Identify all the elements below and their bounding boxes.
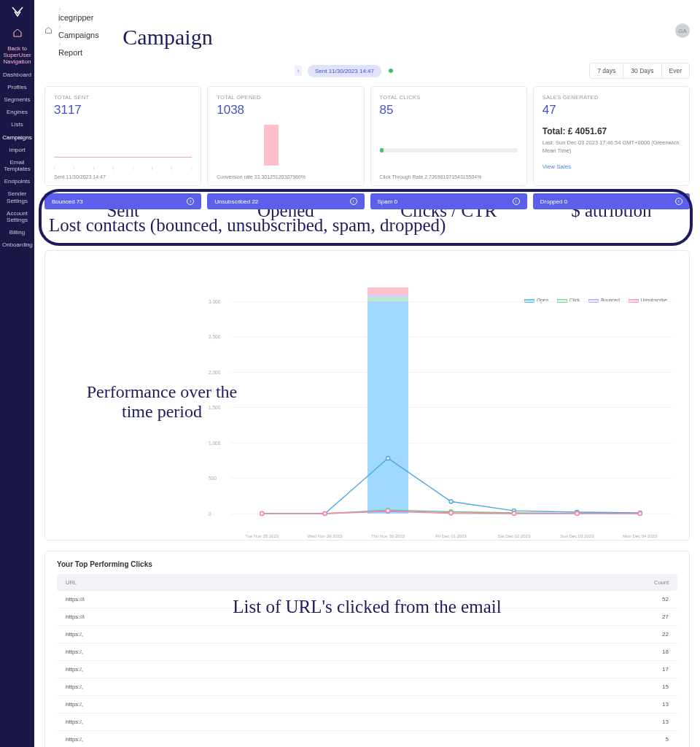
svg-point-25 xyxy=(512,511,516,515)
prev-campaign-button[interactable]: › xyxy=(295,66,302,76)
table-row[interactable]: https://i27 xyxy=(57,608,677,626)
table-row[interactable]: https:/,13 xyxy=(57,713,677,731)
table-row[interactable]: https:/,5 xyxy=(57,731,677,747)
home-icon[interactable] xyxy=(12,28,23,38)
svg-point-24 xyxy=(449,511,453,515)
range-ever[interactable]: Ever xyxy=(662,63,689,78)
card-opened: TOTAL OPENED 1038 Conversion rate 33.301… xyxy=(207,86,364,186)
card-label: TOTAL SENT xyxy=(54,94,192,101)
card-value: 85 xyxy=(380,103,518,117)
svg-point-26 xyxy=(575,512,579,516)
lost-dropped[interactable]: Dropped 0i xyxy=(533,193,690,209)
sidebar-item-sender-settings[interactable]: Sender Settings xyxy=(0,187,34,206)
card-label: TOTAL CLICKS xyxy=(380,94,518,101)
card-footer: Sent 11/30/2023 14:47 xyxy=(54,174,192,179)
lost-unsubscribed[interactable]: Unsubscribed 22i xyxy=(207,193,364,209)
table-row[interactable]: https:/,18 xyxy=(57,643,677,661)
card-label: TOTAL OPENED xyxy=(217,94,354,101)
table-row[interactable]: https:/,17 xyxy=(57,661,677,678)
performance-chart: Open Click Bounced Unsubscribe Performan… xyxy=(44,250,690,541)
svg-point-22 xyxy=(323,512,327,516)
annotation-lost: Lost contacts (bounced, unsubscribed, sp… xyxy=(44,214,690,237)
card-sent: TOTAL SENT 3117 Sent 11/30/2023 14:47 Se… xyxy=(44,86,201,186)
svg-point-27 xyxy=(638,512,642,516)
sidebar-item-dashboard[interactable]: Dashboard xyxy=(0,69,34,81)
sidebar-item-lists[interactable]: Lists xyxy=(0,118,34,131)
logo-icon xyxy=(10,6,25,18)
info-icon[interactable]: i xyxy=(350,198,357,205)
lost-spam[interactable]: Spam 0i xyxy=(370,193,527,209)
info-icon[interactable]: i xyxy=(187,198,194,205)
range-7-days[interactable]: 7 days xyxy=(590,63,623,78)
sidebar-item-billing[interactable]: Billing xyxy=(0,226,34,239)
table-row[interactable]: https:/,13 xyxy=(57,696,677,713)
sidebar-item-profiles[interactable]: Profiles xyxy=(0,81,34,93)
sidebar: Back to SuperUser Navigation DashboardPr… xyxy=(0,0,34,747)
avatar[interactable]: GA xyxy=(675,23,690,38)
sidebar-item-import[interactable]: Import xyxy=(0,144,34,156)
sidebar-item-engines[interactable]: Engines xyxy=(0,106,34,118)
main: Campaign › Sent 11/30/2023 14:47 7 days3… xyxy=(34,60,700,747)
sent-pill: Sent 11/30/2023 14:47 xyxy=(308,65,381,77)
table-row[interactable]: https:/,15 xyxy=(57,678,677,696)
card-footer: Conversion rate 33.30125120307986% xyxy=(217,174,354,179)
info-icon[interactable]: i xyxy=(513,198,520,205)
sales-last: Last: Sun Dec 03 2023 17:46:54 GMT+0000 … xyxy=(542,139,680,155)
table-row[interactable]: https://i52 xyxy=(57,591,677,608)
card-label: SALES GENERATED xyxy=(542,94,680,101)
lost-bounced[interactable]: Bounced 73i xyxy=(44,193,201,209)
card-sales: SALES GENERATED 47 Total: £ 4051.67 Last… xyxy=(533,86,690,186)
table-row[interactable]: https:/,22 xyxy=(57,626,677,643)
clicks-title: Your Top Performing Clicks xyxy=(57,560,677,568)
card-value: 3117 xyxy=(54,103,192,117)
date-range: 7 days30 DaysEver xyxy=(589,63,690,79)
card-value: 1038 xyxy=(217,103,354,117)
table-header: URL Count xyxy=(57,574,677,591)
svg-point-2 xyxy=(386,457,390,460)
sidebar-item-onboarding[interactable]: Onboarding xyxy=(0,239,34,251)
sidebar-item-account-settings[interactable]: Account Settings xyxy=(0,207,34,226)
sidebar-item-email-templates[interactable]: Email Templates xyxy=(0,156,34,175)
breadcrumb-icegripper[interactable]: icegripper xyxy=(58,13,99,22)
view-sales-link[interactable]: View Sales xyxy=(542,163,571,170)
sales-total: Total: £ 4051.67 xyxy=(542,126,680,136)
svg-point-21 xyxy=(260,512,264,516)
card-clicks: TOTAL CLICKS 85 Click Through Rate 2.726… xyxy=(370,86,527,186)
card-footer: Click Through Rate 2.72698107154315504% xyxy=(380,174,518,179)
sidebar-item-segments[interactable]: Segments xyxy=(0,93,34,106)
card-value: 47 xyxy=(542,103,680,117)
info-icon[interactable]: i xyxy=(675,198,682,205)
top-clicks: Your Top Performing Clicks URL Count htt… xyxy=(44,551,690,747)
annotation-campaign: Campaign xyxy=(51,25,284,50)
range-30-days[interactable]: 30 Days xyxy=(623,63,661,78)
sidebar-back[interactable]: Back to SuperUser Navigation xyxy=(0,42,34,69)
svg-point-3 xyxy=(449,500,453,503)
svg-point-23 xyxy=(386,509,390,513)
annotation-performance: Performance over the time period xyxy=(82,382,242,422)
sidebar-item-endpoints[interactable]: Endpoints xyxy=(0,175,34,187)
sidebar-item-campaigns[interactable]: Campaigns xyxy=(0,131,34,144)
status-dot-icon xyxy=(389,69,393,73)
